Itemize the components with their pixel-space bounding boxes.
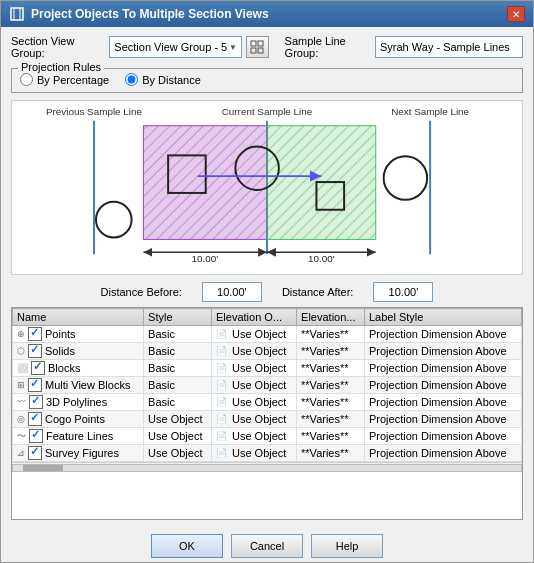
- sample-line-group-label: Sample Line Group:: [285, 35, 371, 59]
- distance-after-input[interactable]: [373, 282, 433, 302]
- cancel-button[interactable]: Cancel: [231, 534, 303, 558]
- row-type-icon: ⬡: [17, 346, 25, 356]
- section-view-group-label: Section View Group:: [11, 35, 105, 59]
- row-name-text: Cogo Points: [45, 413, 105, 425]
- elev-icon: 📄: [216, 380, 227, 390]
- svg-rect-4: [258, 41, 263, 46]
- horizontal-scrollbar[interactable]: [12, 462, 522, 472]
- table-header-row: Name Style Elevation O... Elevation... L…: [13, 309, 522, 326]
- cell-style: Use Object: [144, 445, 212, 462]
- cell-style: Basic: [144, 377, 212, 394]
- cell-style: Use Object: [144, 411, 212, 428]
- help-button[interactable]: Help: [311, 534, 383, 558]
- row-checkbox[interactable]: [29, 429, 43, 443]
- radio-group: By Percentage By Distance: [20, 73, 514, 86]
- section-view-group-row: Section View Group: Section View Group -…: [11, 35, 269, 59]
- col-style: Style: [144, 309, 212, 326]
- cell-name: ⬜ Blocks: [13, 360, 144, 377]
- svg-text:10.00': 10.00': [308, 253, 335, 264]
- row-checkbox[interactable]: [31, 361, 45, 375]
- table-row: ⬡ Solids Basic📄Use Object**Varies**Proje…: [13, 343, 522, 360]
- elev-icon: 📄: [216, 448, 227, 458]
- elev-icon: 📄: [216, 346, 227, 356]
- cell-elev-o: 📄Use Object: [212, 411, 297, 428]
- cell-name: ⬡ Solids: [13, 343, 144, 360]
- cell-style: Basic: [144, 394, 212, 411]
- row-checkbox[interactable]: [29, 395, 43, 409]
- close-button[interactable]: ✕: [507, 6, 525, 22]
- row-name-text: Points: [45, 328, 76, 340]
- row-checkbox[interactable]: [28, 344, 42, 358]
- title-buttons: ✕: [507, 6, 525, 22]
- cell-name: ⊕ Points: [13, 326, 144, 343]
- table-row: 〰 3D Polylines Basic📄Use Object**Varies*…: [13, 394, 522, 411]
- cell-style: Use Object: [144, 428, 212, 445]
- svg-rect-6: [258, 48, 263, 53]
- data-table: Name Style Elevation O... Elevation... L…: [12, 308, 522, 462]
- data-table-container: Name Style Elevation O... Elevation... L…: [11, 307, 523, 520]
- by-percentage-option[interactable]: By Percentage: [20, 73, 109, 86]
- section-view-group-button[interactable]: [246, 36, 269, 58]
- cell-elev-o: 📄Use Object: [212, 343, 297, 360]
- elev-icon: 📄: [216, 363, 227, 373]
- table-row: ⊕ Points Basic📄Use Object**Varies**Proje…: [13, 326, 522, 343]
- window-title: Project Objects To Multiple Section View…: [31, 7, 269, 21]
- cell-elev: **Varies**: [297, 377, 365, 394]
- cell-label-style: Projection Dimension Above: [364, 360, 521, 377]
- row-type-icon: ⊿: [17, 448, 25, 458]
- cell-elev-o: 📄Use Object: [212, 326, 297, 343]
- projection-rules-title: Projection Rules: [18, 61, 104, 73]
- svg-rect-0: [11, 8, 23, 20]
- row-checkbox[interactable]: [28, 412, 42, 426]
- elev-icon: 📄: [216, 431, 227, 441]
- row-name-text: Feature Lines: [46, 430, 113, 442]
- row-type-icon: 〜: [17, 430, 26, 443]
- cell-name: ⊿ Survey Figures: [13, 445, 144, 462]
- cell-label-style: Projection Dimension Above: [364, 411, 521, 428]
- col-elev-o: Elevation O...: [212, 309, 297, 326]
- row-type-icon: ⊞: [17, 380, 25, 390]
- distance-row: Distance Before: Distance After:: [11, 282, 523, 302]
- sample-line-group-row: Sample Line Group:: [285, 35, 523, 59]
- projection-rules-group: Projection Rules By Percentage By Distan…: [11, 68, 523, 93]
- grid-icon: [250, 40, 264, 54]
- distance-before-input[interactable]: [202, 282, 262, 302]
- diagram-area: 10.00' 10.00' Previous Sample Line Curre…: [11, 100, 523, 275]
- cell-elev: **Varies**: [297, 411, 365, 428]
- h-scroll-thumb[interactable]: [23, 465, 63, 471]
- cell-label-style: Projection Dimension Above: [364, 445, 521, 462]
- cell-label-style: Projection Dimension Above: [364, 428, 521, 445]
- row-name-text: Solids: [45, 345, 75, 357]
- row-checkbox[interactable]: [28, 446, 42, 460]
- row-type-icon: ◎: [17, 414, 25, 424]
- svg-point-21: [384, 156, 427, 199]
- svg-rect-5: [251, 48, 256, 53]
- ok-button[interactable]: OK: [151, 534, 223, 558]
- title-bar: Project Objects To Multiple Section View…: [1, 1, 533, 27]
- section-view-group-select[interactable]: Section View Group - 5 ▼: [109, 36, 242, 58]
- table-row: ◎ Cogo Points Use Object📄Use Object**Var…: [13, 411, 522, 428]
- by-percentage-radio[interactable]: [20, 73, 33, 86]
- table-row: ⬜ Blocks Basic📄Use Object**Varies**Proje…: [13, 360, 522, 377]
- button-row: OK Cancel Help: [1, 528, 533, 562]
- cell-elev: **Varies**: [297, 326, 365, 343]
- col-name: Name: [13, 309, 144, 326]
- row-name-text: Multi View Blocks: [45, 379, 130, 391]
- h-scroll-track[interactable]: [12, 464, 522, 472]
- table-row: 〜 Feature Lines Use Object📄Use Object**V…: [13, 428, 522, 445]
- cell-label-style: Projection Dimension Above: [364, 394, 521, 411]
- cell-elev-o: 📄Use Object: [212, 445, 297, 462]
- by-distance-radio[interactable]: [125, 73, 138, 86]
- row-checkbox[interactable]: [28, 378, 42, 392]
- row-name-text: 3D Polylines: [46, 396, 107, 408]
- row-checkbox[interactable]: [28, 327, 42, 341]
- cell-elev: **Varies**: [297, 343, 365, 360]
- cell-elev: **Varies**: [297, 445, 365, 462]
- cell-style: Basic: [144, 343, 212, 360]
- cell-name: 〰 3D Polylines: [13, 394, 144, 411]
- elev-icon: 📄: [216, 414, 227, 424]
- cell-elev-o: 📄Use Object: [212, 428, 297, 445]
- by-distance-option[interactable]: By Distance: [125, 73, 201, 86]
- sample-line-group-input[interactable]: [375, 36, 523, 58]
- cell-style: Basic: [144, 360, 212, 377]
